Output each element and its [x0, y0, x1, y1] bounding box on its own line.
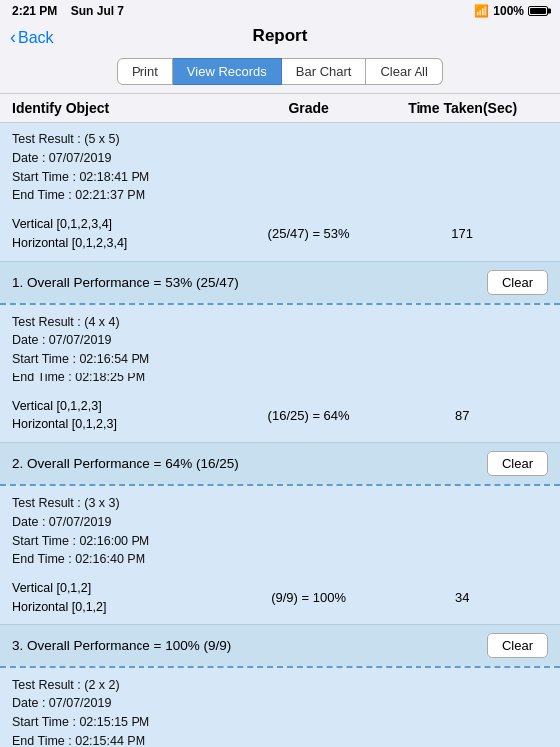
record-info-2: Test Result : (4 x 4) Date : 07/07/2019 …: [0, 305, 560, 391]
record-2-end-time: End Time : 02:18:25 PM: [12, 369, 548, 387]
record-3-time: 34: [377, 590, 548, 605]
record-data-row-3: Vertical [0,1,2] Horizontal [0,1,2] (9/9…: [0, 573, 560, 624]
clear-button-1[interactable]: Clear: [487, 270, 548, 295]
clear-button-3[interactable]: Clear: [487, 633, 548, 658]
overall-row-1: 1. Overall Performance = 53% (25/47) Cle…: [0, 261, 560, 303]
record-3-date: Date : 07/07/2019: [12, 513, 548, 532]
overall-row-2: 2. Overall Performance = 64% (16/25) Cle…: [0, 442, 560, 484]
record-data-row-1: Vertical [0,1,2,3,4] Horizontal [0,1,2,3…: [0, 209, 560, 261]
status-indicators: 📶 100%: [474, 4, 548, 18]
overall-text-1: 1. Overall Performance = 53% (25/47): [12, 275, 239, 290]
record-3-horizontal: Horizontal [0,1,2]: [12, 598, 240, 617]
status-date: Sun Jul 7: [71, 4, 124, 18]
record-4-end-time: End Time : 02:15:44 PM: [12, 732, 548, 747]
tab-bar: Print View Records Bar Chart Clear All: [0, 52, 560, 93]
tab-clear-all[interactable]: Clear All: [366, 58, 442, 85]
record-4-test-result: Test Result : (2 x 2): [12, 676, 548, 695]
record-3-vh: Vertical [0,1,2] Horizontal [0,1,2]: [12, 579, 240, 617]
record-1-grade: (25/47) = 53%: [240, 226, 377, 241]
back-label: Back: [18, 28, 54, 46]
table-header: Identify Object Grade Time Taken(Sec): [0, 93, 560, 123]
record-2-date: Date : 07/07/2019: [12, 331, 548, 350]
back-button[interactable]: ‹ Back: [10, 27, 54, 48]
record-2-start-time: Start Time : 02:16:54 PM: [12, 350, 548, 369]
record-3-vertical: Vertical [0,1,2]: [12, 579, 240, 598]
overall-text-3: 3. Overall Performance = 100% (9/9): [12, 638, 231, 653]
overall-text-2: 2. Overall Performance = 64% (16/25): [12, 456, 239, 471]
record-block-2: Test Result : (4 x 4) Date : 07/07/2019 …: [0, 305, 560, 487]
wifi-percent: 100%: [493, 4, 524, 18]
record-1-end-time: End Time : 02:21:37 PM: [12, 186, 548, 205]
record-2-vh: Vertical [0,1,2,3] Horizontal [0,1,2,3]: [12, 397, 240, 435]
record-data-row-2: Vertical [0,1,2,3] Horizontal [0,1,2,3] …: [0, 391, 560, 443]
page-title: Report: [253, 26, 308, 45]
record-2-horizontal: Horizontal [0,1,2,3]: [12, 415, 240, 434]
record-1-horizontal: Horizontal [0,1,2,3,4]: [12, 234, 240, 253]
record-2-grade: (16/25) = 64%: [240, 408, 377, 423]
record-info-4: Test Result : (2 x 2) Date : 07/07/2019 …: [0, 668, 560, 748]
record-3-grade: (9/9) = 100%: [240, 590, 377, 605]
record-block-3: Test Result : (3 x 3) Date : 07/07/2019 …: [0, 486, 560, 668]
clear-button-2[interactable]: Clear: [487, 451, 548, 476]
wifi-icon: 📶: [474, 4, 489, 18]
record-4-date: Date : 07/07/2019: [12, 694, 548, 713]
record-info-1: Test Result : (5 x 5) Date : 07/07/2019 …: [0, 123, 560, 209]
record-block-1: Test Result : (5 x 5) Date : 07/07/2019 …: [0, 123, 560, 305]
record-3-end-time: End Time : 02:16:40 PM: [12, 550, 548, 569]
record-3-test-result: Test Result : (3 x 3): [12, 494, 548, 513]
record-1-test-result: Test Result : (5 x 5): [12, 130, 548, 149]
record-block-4: Test Result : (2 x 2) Date : 07/07/2019 …: [0, 668, 560, 748]
col-header-time: Time Taken(Sec): [377, 100, 548, 116]
record-1-time: 171: [377, 226, 548, 241]
record-1-vertical: Vertical [0,1,2,3,4]: [12, 215, 240, 234]
status-time: 2:21 PM: [12, 4, 57, 18]
col-header-object: Identify Object: [12, 100, 240, 116]
record-info-3: Test Result : (3 x 3) Date : 07/07/2019 …: [0, 486, 560, 573]
record-4-start-time: Start Time : 02:15:15 PM: [12, 713, 548, 732]
record-1-vh: Vertical [0,1,2,3,4] Horizontal [0,1,2,3…: [12, 215, 240, 253]
record-2-vertical: Vertical [0,1,2,3]: [12, 397, 240, 416]
status-time-date: 2:21 PM Sun Jul 7: [12, 4, 124, 18]
tab-view-records[interactable]: View Records: [173, 58, 282, 85]
nav-bar: ‹ Back Report: [0, 22, 560, 52]
tab-print[interactable]: Print: [117, 58, 173, 85]
status-bar: 2:21 PM Sun Jul 7 📶 100%: [0, 0, 560, 22]
tab-bar-chart[interactable]: Bar Chart: [282, 58, 367, 85]
overall-row-3: 3. Overall Performance = 100% (9/9) Clea…: [0, 624, 560, 666]
records-container: Test Result : (5 x 5) Date : 07/07/2019 …: [0, 123, 560, 747]
record-2-time: 87: [377, 408, 548, 423]
record-1-date: Date : 07/07/2019: [12, 149, 548, 168]
record-2-test-result: Test Result : (4 x 4): [12, 313, 548, 332]
record-1-start-time: Start Time : 02:18:41 PM: [12, 168, 548, 187]
record-3-start-time: Start Time : 02:16:00 PM: [12, 532, 548, 551]
battery-icon: [528, 6, 548, 16]
back-chevron-icon: ‹: [10, 27, 16, 48]
col-header-grade: Grade: [240, 100, 377, 116]
